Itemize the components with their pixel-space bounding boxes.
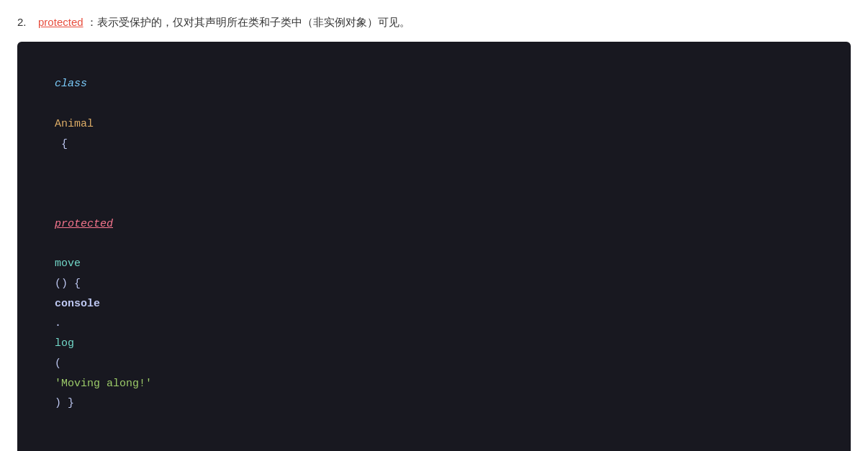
kw-protected: protected [55,218,113,230]
log-word-1: log [55,337,74,350]
method-move-1: move [55,258,81,270]
code-line-0: class Animal { [29,55,836,175]
code-line-2: } [29,434,836,451]
code-block: class Animal { protected move () { conso… [17,42,851,452]
intro-text: ：表示受保护的，仅对其声明所在类和子类中（非实例对象）可见。 [86,16,410,28]
intro-number: 2. [17,16,27,28]
console-word-1: console [55,298,100,310]
code-line-1: protected move () { console . log ( 'Mov… [29,174,836,434]
kw-class-1: class [55,78,87,90]
string-moving: 'Moving along!' [55,378,152,390]
class-animal: Animal [55,118,94,130]
intro-line: 2. protected ：表示受保护的，仅对其声明所在类和子类中（非实例对象）… [17,13,851,32]
intro-keyword: protected [38,16,83,28]
